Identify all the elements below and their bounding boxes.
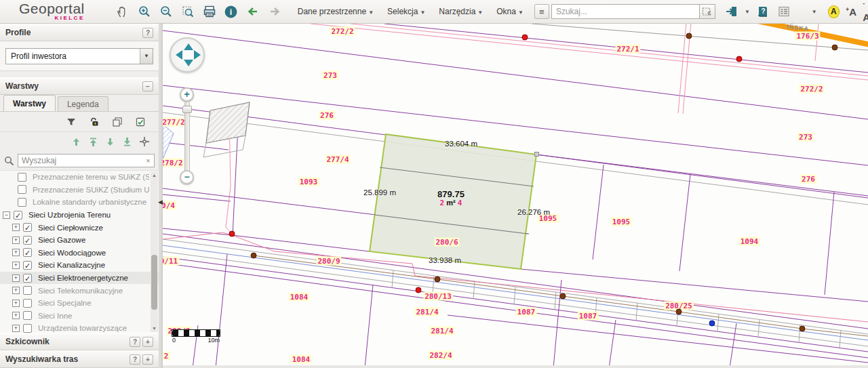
tab-legenda[interactable]: Legenda [58,96,108,111]
tree-item-lokalne-standardy-urbanistyczne[interactable]: Lokalne standardy urbanistyczne [0,196,159,209]
extra-caret-icon[interactable]: ▼ [812,9,817,15]
szkicownik-expand-button[interactable]: + [142,337,153,347]
layer-checkbox[interactable]: ✓ [23,236,32,245]
scroll-down-icon[interactable]: ▼ [152,325,157,332]
wyszukiwarka-expand-button[interactable]: + [142,354,153,365]
profile-help-button[interactable]: ? [142,28,153,38]
help-book-icon[interactable]: ? [755,3,771,20]
layer-checkbox[interactable] [18,185,26,194]
expand-node-icon[interactable]: + [12,325,20,332]
zoom-window-icon[interactable] [180,3,196,20]
profile-select[interactable]: Profil inwestora ▼ [5,48,153,64]
layers-panel-header[interactable]: Warstwy − [0,77,159,95]
scrollbar-thumb[interactable] [151,255,157,310]
selection-handle[interactable] [534,152,539,157]
font-decrease-button[interactable]: -A [863,0,868,23]
layer-checkbox[interactable]: ✓ [23,223,32,232]
collapse-node-icon[interactable]: − [3,211,10,219]
expand-node-icon[interactable]: + [12,300,20,307]
tree-item-sieci-elektroenergetyczne[interactable]: +✓Sieci Elektroenergetyczne [0,272,159,285]
szkicownik-help-button[interactable]: ? [130,337,140,347]
profile-panel-header[interactable]: Profile ? [0,24,159,41]
filter-icon[interactable] [66,118,76,126]
wyszukiwarka-help-button[interactable]: ? [130,354,140,365]
move-bottom-icon[interactable] [123,138,132,146]
zoom-out-icon[interactable] [158,3,174,20]
pan-up-icon[interactable] [184,43,193,50]
layer-checkbox[interactable] [23,299,32,308]
back-icon[interactable] [245,3,261,20]
tree-item-sieci-gazowe[interactable]: +✓Sieci Gazowe [0,234,159,247]
map-tools: i [115,3,283,20]
legend-list-icon[interactable] [776,3,792,20]
expand-node-icon[interactable]: + [12,274,20,282]
expand-node-icon[interactable]: + [12,287,20,294]
tab-warstwy[interactable]: Warstwy [3,95,56,111]
tree-item-sieci-kanalizacyjne[interactable]: +✓Sieci Kanalizacyjne [0,259,159,272]
layers-search-input[interactable] [18,156,142,165]
tree-item-przeznaczenie-terenu-w-suikz-si[interactable]: Przeznaczenie terenu w SUiKZ (SI [0,171,159,184]
move-up-icon[interactable] [72,138,81,146]
layer-checkbox[interactable]: ✓ [23,261,32,270]
tree-item-sieci-wodociągowe[interactable]: +✓Sieci Wodociągowe [0,247,159,260]
layer-checkbox[interactable] [18,198,26,207]
tree-item-sieci-specjalne[interactable]: +Sieci Specjalne [0,297,159,310]
contrast-button[interactable]: A [828,5,840,18]
copy-icon[interactable] [113,117,122,127]
expand-node-icon[interactable]: + [12,312,20,319]
layer-checkbox[interactable] [23,286,32,295]
pan-left-icon[interactable] [176,50,182,60]
tree-item-urządzenia-towarzyszące[interactable]: +Urządzenia towarzyszące [0,322,159,333]
clear-search-icon[interactable]: × [142,157,154,165]
layer-checkbox[interactable]: ✓ [23,248,32,257]
menu-okna[interactable]: Okna▼ [491,4,529,19]
scroll-up-icon[interactable]: ▲ [152,171,157,179]
layer-checkbox[interactable] [23,324,32,333]
szkicownik-panel-header[interactable]: Szkicownik ? + [0,333,159,350]
print-icon[interactable] [201,3,218,20]
tree-item-sieci-ciepłownicze[interactable]: +✓Sieci Ciepłownicze [0,221,159,234]
map-viewport[interactable]: IŃSKA 272/2272/1176/3272/227327327627627… [163,24,868,368]
hamburger-menu-icon[interactable]: ≡ [534,4,549,19]
wyszukiwarka-panel-header[interactable]: Wyszukiwarka tras ? + [0,350,159,368]
tree-item-sieci-telekomunikacyjne[interactable]: +Sieci Telekomunikacyjne [0,284,159,297]
collapse-sidebar-icon[interactable]: ◀ [158,199,163,205]
move-down-icon[interactable] [106,138,115,146]
font-increase-button[interactable]: +A [846,6,856,18]
crosshair-icon[interactable] [140,137,149,146]
expand-node-icon[interactable]: + [12,262,20,269]
menu-selekcja[interactable]: Selekcja▼ [382,4,431,19]
zoom-slider-handle[interactable] [182,106,192,113]
zoom-slider-track[interactable] [184,101,190,177]
pan-hand-icon[interactable] [115,3,131,20]
tree-item-sieci-uzbrojenia-terenu[interactable]: −✓Sieci Uzbrojenia Terenu [0,209,159,222]
layer-checkbox[interactable]: ✓ [23,274,32,283]
pan-down-icon[interactable] [184,60,193,66]
layer-checkbox[interactable] [23,311,32,320]
layers-collapse-button[interactable]: − [142,81,153,91]
tree-scrollbar[interactable]: ▲ ▼ [151,171,158,332]
forward-icon[interactable] [267,3,283,20]
pan-right-icon[interactable] [194,50,201,60]
layer-checkbox[interactable]: ✓ [14,211,22,220]
zoom-in-icon[interactable] [136,3,153,20]
tree-item-przeznaczenie-suikz-studium-uv[interactable]: Przeznaczenie SUiKZ (Studium Uv [0,184,159,197]
info-icon[interactable]: i [223,3,239,20]
expand-node-icon[interactable]: + [12,249,20,256]
menu-dane-przestrzenne[interactable]: Dane przestrzenne▼ [292,4,379,19]
search-input[interactable] [551,4,699,19]
login-icon[interactable] [724,3,740,20]
zoom-slider-out-button[interactable]: − [180,170,194,184]
tree-item-sieci-inne[interactable]: +Sieci Inne [0,310,159,323]
move-top-icon[interactable] [89,138,98,146]
unlock-icon[interactable] [90,117,99,127]
expand-node-icon[interactable]: + [12,224,20,231]
chevron-down-icon[interactable]: ▼ [140,49,153,64]
layer-checkbox[interactable] [18,173,26,182]
menu-narz-dzia[interactable]: Narzędzia▼ [433,4,488,19]
zoom-slider-in-button[interactable]: + [180,87,194,102]
expand-node-icon[interactable]: + [12,237,20,244]
select-area-icon[interactable] [699,4,715,19]
login-caret-icon[interactable]: ▼ [745,9,750,15]
check-document-icon[interactable] [136,117,145,127]
